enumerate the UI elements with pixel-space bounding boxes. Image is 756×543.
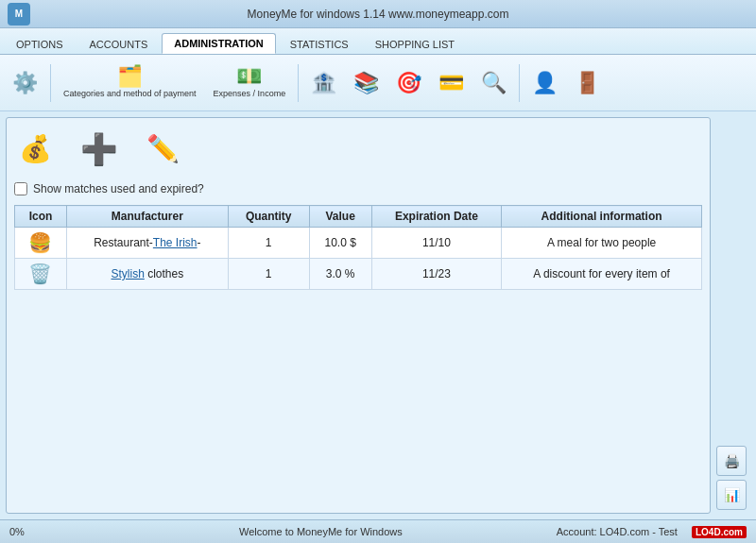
row-1-value: 3.0 % <box>309 259 371 290</box>
row-0-value: 10.0 $ <box>309 228 371 259</box>
print-icon: 🖨️ <box>724 453 740 468</box>
row-0-icon: 🍔 <box>15 228 67 259</box>
wallet-icon: 💰 <box>19 136 52 162</box>
row-0-additional: A meal for two people <box>502 228 702 259</box>
export-button[interactable]: 📊 <box>716 480 747 510</box>
edit-button[interactable]: ✏️ <box>142 131 184 167</box>
separator-3 <box>519 64 520 102</box>
progress-indicator: 0% <box>9 526 85 537</box>
table-row[interactable]: 🗑️Stylish clothes13.0 %11/23A discount f… <box>15 259 702 290</box>
col-manufacturer: Manufacturer <box>66 206 228 228</box>
expenses-button[interactable]: 💵 Expenses / Income <box>207 62 293 103</box>
right-sidebar: 🖨️ 📊 <box>716 117 750 514</box>
row-1-additional: A discount for every item of <box>502 259 702 290</box>
search-icon: 🔍 <box>481 73 507 93</box>
user-button[interactable]: 👤 <box>525 69 564 97</box>
tab-accounts[interactable]: ACCOUNTS <box>77 34 161 54</box>
cards-button[interactable]: 💳 <box>432 69 471 97</box>
row-1-manufacturer: Stylish clothes <box>66 259 228 290</box>
exit-button[interactable]: 🚪 <box>568 69 607 97</box>
row-1-expiration: 11/23 <box>371 259 502 290</box>
app-logo: M <box>8 3 30 25</box>
row-0-manufacturer: Restaurant-The Irish- <box>66 228 228 259</box>
show-expired-checkbox[interactable] <box>14 182 27 195</box>
col-expiration: Expiration Date <box>371 206 502 228</box>
settings-button[interactable]: ⚙️ <box>6 69 44 97</box>
row-0-expiration: 11/10 <box>371 228 502 259</box>
add-button[interactable]: ➕ <box>76 129 123 169</box>
add-icon: ➕ <box>80 134 118 164</box>
show-expired-label: Show matches used and expired? <box>33 182 204 195</box>
book-icon: 📚 <box>353 73 379 93</box>
row-0-quantity: 1 <box>228 228 309 259</box>
settings-icon: ⚙️ <box>12 73 38 93</box>
account-text: Account: LO4D.com - Test <box>557 526 678 537</box>
lo4d-badge: LO4D.com <box>692 526 747 538</box>
categories-button[interactable]: 🗂️ Categories and method of payment <box>57 62 203 103</box>
col-additional: Additional information <box>502 206 702 228</box>
account-info: Account: LO4D.com - Test LO4D.com <box>557 526 747 538</box>
status-bar: 0% Welcome to MoneyMe for Windows Accoun… <box>0 519 756 543</box>
book-button[interactable]: 📚 <box>347 69 386 97</box>
target-icon: 🎯 <box>396 73 421 93</box>
matches-table: Icon Manufacturer Quantity Value Expirat… <box>14 205 702 290</box>
tab-bar: OPTIONS ACCOUNTS ADMINISTRATION STATISTI… <box>0 28 756 55</box>
exit-icon: 🚪 <box>575 73 600 93</box>
categories-icon: 🗂️ <box>117 66 143 87</box>
status-message: Welcome to MoneyMe for Windows <box>85 526 557 537</box>
separator-1 <box>50 64 51 102</box>
tab-shopping-list[interactable]: SHOPPING LIST <box>363 34 467 54</box>
print-button[interactable]: 🖨️ <box>716 446 747 476</box>
search-button[interactable]: 🔍 <box>474 69 513 97</box>
content-toolbar: 💰 ➕ ✏️ <box>14 126 702 173</box>
content-panel: 💰 ➕ ✏️ Show matches used and expired? Ic… <box>6 117 711 514</box>
expenses-label: Expenses / Income <box>214 89 286 99</box>
tab-administration[interactable]: ADMINISTRATION <box>162 33 276 54</box>
target-button[interactable]: 🎯 <box>389 69 428 97</box>
row-1-icon: 🗑️ <box>15 259 67 290</box>
separator-2 <box>298 64 299 102</box>
wallet-button[interactable]: 💰 <box>14 131 57 167</box>
categories-label: Categories and method of payment <box>63 89 197 99</box>
filter-row: Show matches used and expired? <box>14 178 702 199</box>
row-1-quantity: 1 <box>228 259 309 290</box>
piggybank-icon: 🏦 <box>311 73 336 93</box>
user-icon: 👤 <box>532 73 558 93</box>
col-value: Value <box>309 206 371 228</box>
col-icon: Icon <box>15 206 67 228</box>
window-title: MoneyMe for windows 1.14 www.moneymeapp.… <box>248 8 509 21</box>
table-row[interactable]: 🍔Restaurant-The Irish-110.0 $11/10A meal… <box>15 228 702 259</box>
cards-icon: 💳 <box>438 73 464 93</box>
expenses-icon: 💵 <box>236 66 262 87</box>
tab-statistics[interactable]: STATISTICS <box>278 34 361 54</box>
tab-options[interactable]: OPTIONS <box>4 34 76 54</box>
edit-icon: ✏️ <box>146 136 180 162</box>
title-bar: M MoneyMe for windows 1.14 www.moneymeap… <box>0 0 756 28</box>
export-icon: 📊 <box>724 487 740 502</box>
main-area: 💰 ➕ ✏️ Show matches used and expired? Ic… <box>0 111 756 519</box>
piggybank-button[interactable]: 🏦 <box>304 69 343 97</box>
col-quantity: Quantity <box>228 206 309 228</box>
main-toolbar: ⚙️ 🗂️ Categories and method of payment 💵… <box>0 55 756 111</box>
